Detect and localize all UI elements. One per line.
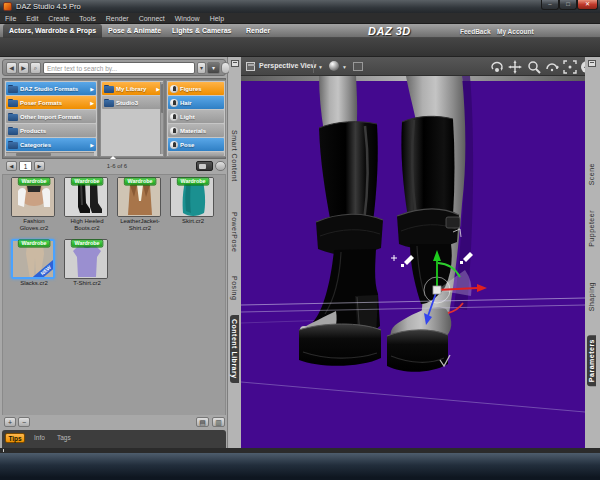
- tab-lights-cameras[interactable]: Lights & Cameras: [166, 24, 238, 38]
- nav-forward-button[interactable]: ▶: [18, 62, 29, 74]
- dock-tab-puppeteer[interactable]: Puppeteer: [588, 210, 595, 247]
- main-area: ◀ ▶ ⌕ Enter text to search by... ▾ ▾ DAZ…: [0, 57, 600, 448]
- draw-style-icon[interactable]: [329, 61, 339, 71]
- dock-tab-powerpose[interactable]: PowerPose: [231, 212, 238, 252]
- folder-icon: [8, 113, 18, 121]
- viewport-canvas[interactable]: [241, 76, 585, 448]
- zoom-icon[interactable]: [527, 60, 541, 74]
- tree-item-my-library[interactable]: My Library▶: [102, 82, 162, 95]
- nav-back-button[interactable]: ◀: [6, 62, 17, 74]
- folder-icon: [8, 99, 18, 107]
- dock-menu-icon[interactable]: [588, 60, 596, 67]
- minimize-button[interactable]: –: [541, 0, 559, 10]
- tab-actors-wardrobe-props[interactable]: Actors, Wardrobe & Props: [3, 24, 102, 38]
- draw-style-dropdown-arrow[interactable]: ▼: [342, 64, 347, 70]
- dock-tab-content-library-active[interactable]: Content Library: [230, 315, 239, 383]
- page-number-field[interactable]: 1: [19, 161, 32, 171]
- pager-options-button[interactable]: [215, 161, 226, 171]
- windows-taskbar: S e EN ▲ ● ▣ ⬆ ◆ ◉ ⚑ ▤ ◀ ↻ 16:31 19/11/2…: [0, 453, 600, 480]
- thumbnail-label: LeatherJacket- Shirt.cr2: [117, 218, 163, 232]
- page-next-button[interactable]: ▶: [34, 161, 45, 171]
- thumbnail-label: Skirt.cr2: [170, 218, 216, 225]
- thumbnail-fashion-gloves[interactable]: Wardrobe Fashion Gloves.cr2: [11, 177, 57, 232]
- folder-icon: [8, 127, 18, 135]
- view-mode-toggle[interactable]: [196, 161, 213, 171]
- orbit-camera-icon[interactable]: [490, 60, 504, 74]
- frame-icon[interactable]: [563, 60, 577, 74]
- tree-item-hair[interactable]: Hair: [168, 96, 224, 109]
- feedback-link[interactable]: FeedBack: [460, 28, 491, 35]
- menu-connect[interactable]: Connect: [134, 13, 170, 24]
- wardrobe-badge: Wardrobe: [18, 239, 50, 247]
- tab-pose-animate[interactable]: Pose & Animate: [102, 24, 167, 38]
- tree-item-partial[interactable]: [168, 152, 224, 156]
- view-selector[interactable]: Perspective View: [259, 62, 316, 69]
- wardrobe-badge: Wardrobe: [18, 177, 50, 185]
- thumbnail-leatherjacket-shirt[interactable]: Wardrobe LeatherJacket- Shirt.cr2: [117, 177, 163, 232]
- tree-item-categories[interactable]: Categories▶: [6, 138, 96, 151]
- page-prev-button[interactable]: ◀: [6, 161, 17, 171]
- search-icon[interactable]: ⌕: [30, 62, 41, 74]
- dock-menu-icon[interactable]: [231, 60, 239, 67]
- tree-item-figures[interactable]: Figures: [168, 82, 224, 95]
- my-account-link[interactable]: My Account: [497, 28, 534, 35]
- file-action-button[interactable]: ▤: [196, 417, 209, 427]
- thumbnail-skirt[interactable]: Wardrobe Skirt.cr2: [170, 177, 216, 225]
- tree-item-other-import-formats[interactable]: Other Import Formats: [6, 110, 96, 123]
- expand-arrow-icon: ▶: [90, 142, 94, 148]
- tree-item-poser-formats[interactable]: Poser Formats▶: [6, 96, 96, 109]
- materials-icon: [170, 127, 178, 135]
- main-toolbar: [0, 38, 600, 57]
- tab-tags[interactable]: Tags: [57, 434, 71, 441]
- menu-render[interactable]: Render: [101, 13, 134, 24]
- tree-column-types: Figures Hair Light Materials Pose: [166, 80, 226, 157]
- thumbnail-high-heeled-boots[interactable]: Wardrobe High Heeled Boots.cr2: [64, 177, 110, 232]
- content-tree: DAZ Studio Formats▶ Poser Formats▶ Other…: [2, 78, 226, 159]
- folder-action-button[interactable]: ▥: [212, 417, 225, 427]
- horizontal-scrollbar[interactable]: [6, 152, 94, 156]
- folder-icon: [104, 99, 114, 107]
- wardrobe-badge: Wardrobe: [71, 239, 103, 247]
- remove-content-button[interactable]: −: [18, 417, 30, 427]
- tab-render[interactable]: Render: [240, 24, 276, 38]
- dock-tab-shaping[interactable]: Shaping: [588, 282, 595, 311]
- title-bar[interactable]: DAZ Studio 4.5 Pro – □ ✕: [0, 0, 600, 13]
- menu-file[interactable]: File: [0, 13, 21, 24]
- pan-camera-icon[interactable]: [508, 60, 522, 74]
- splitter-handle[interactable]: [110, 156, 116, 159]
- menu-tools[interactable]: Tools: [74, 13, 100, 24]
- maximize-button[interactable]: □: [559, 0, 577, 10]
- menu-edit[interactable]: Edit: [21, 13, 43, 24]
- menu-help[interactable]: Help: [205, 13, 229, 24]
- menu-create[interactable]: Create: [43, 13, 74, 24]
- tree-item-daz-studio-formats[interactable]: DAZ Studio Formats▶: [6, 82, 96, 95]
- dock-tab-smart-content[interactable]: Smart Content: [231, 130, 238, 182]
- add-content-button[interactable]: +: [4, 417, 16, 427]
- tree-item-studio3[interactable]: Studio3: [102, 96, 162, 109]
- scrollbar[interactable]: [160, 82, 163, 154]
- rotate-camera-icon[interactable]: [545, 60, 559, 74]
- wardrobe-badge: Wardrobe: [124, 177, 156, 185]
- thumbnail-t-shirt[interactable]: Wardrobe T-Shirt.cr2: [64, 239, 110, 287]
- dock-tab-parameters-active[interactable]: Parameters: [587, 335, 596, 386]
- thumbnail-slacks-selected[interactable]: NEW Wardrobe Slacks.cr2: [11, 239, 57, 287]
- view-cube-icon: [246, 62, 255, 71]
- tree-item-pose[interactable]: Pose: [168, 138, 224, 151]
- view-dropdown-arrow[interactable]: ▼: [318, 64, 323, 70]
- tree-item-light[interactable]: Light: [168, 110, 224, 123]
- tree-item-materials[interactable]: Materials: [168, 124, 224, 137]
- display-options-button[interactable]: ▾: [207, 62, 220, 74]
- tab-info[interactable]: Info: [34, 434, 45, 441]
- tab-tips-active[interactable]: Tips: [5, 433, 25, 443]
- search-dropdown-button[interactable]: ▾: [197, 62, 206, 74]
- tree-item-products[interactable]: Products: [6, 124, 96, 137]
- viewport-options-icon[interactable]: [353, 62, 363, 71]
- menu-window[interactable]: Window: [170, 13, 205, 24]
- dock-tab-posing[interactable]: Posing: [231, 276, 238, 300]
- folder-icon: [8, 141, 18, 149]
- close-button[interactable]: ✕: [577, 0, 598, 10]
- viewport: Perspective View ▼ ▼: [241, 57, 585, 448]
- search-input[interactable]: Enter text to search by...: [43, 62, 195, 74]
- dock-tab-scene[interactable]: Scene: [588, 163, 595, 185]
- menu-bar: File Edit Create Tools Render Connect Wi…: [0, 13, 600, 24]
